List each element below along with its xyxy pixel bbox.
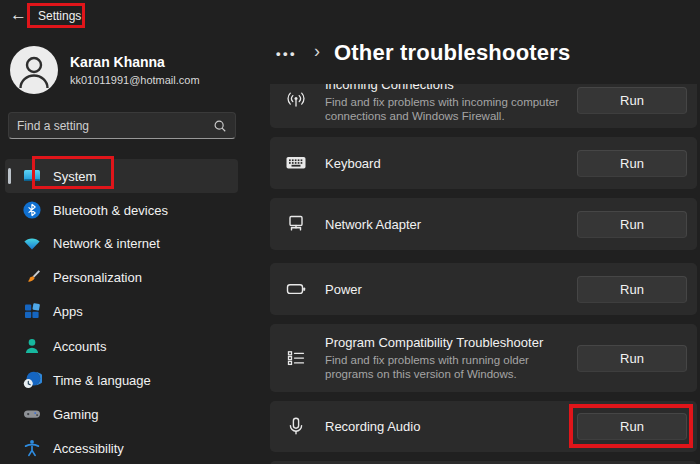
paintbrush-icon — [22, 267, 42, 287]
sidebar-item-accounts[interactable]: Accounts — [5, 329, 238, 363]
selected-indicator — [8, 168, 11, 184]
wifi-icon — [22, 233, 42, 253]
row-title: Keyboard — [325, 156, 381, 171]
system-icon — [22, 166, 42, 186]
row-incoming-connections: Incoming Connections Find and fix proble… — [270, 84, 697, 128]
page-title: Other troubleshooters — [334, 40, 570, 66]
keyboard-icon — [284, 151, 308, 175]
sidebar-item-apps[interactable]: Apps — [5, 294, 238, 328]
row-program-compatibility: Program Compatibility Troubleshooter Fin… — [270, 324, 697, 392]
row-description: Find and fix problems with running older… — [325, 353, 577, 381]
row-recording-audio: Recording Audio Run — [270, 401, 697, 452]
row-title: Recording Audio — [325, 419, 420, 434]
battery-icon — [284, 277, 308, 301]
sidebar-item-accessibility[interactable]: Accessibility — [5, 431, 238, 464]
clock-globe-icon — [22, 370, 42, 390]
user-account[interactable]: Karan Khanna kk01011991@hotmail.com — [10, 46, 200, 94]
run-button-network-adapter[interactable]: Run — [577, 211, 687, 238]
breadcrumb-ellipsis[interactable]: ••• — [276, 46, 297, 61]
run-button-keyboard[interactable]: Run — [577, 150, 687, 177]
run-button-recording-audio[interactable]: Run — [577, 413, 687, 440]
accessibility-person-icon — [22, 438, 42, 458]
sidebar-item-label: Time & language — [53, 373, 151, 388]
sidebar-item-network-internet[interactable]: Network & internet — [5, 226, 238, 260]
microphone-icon — [284, 415, 308, 439]
row-title: Power — [325, 282, 362, 297]
sidebar-item-label: Apps — [53, 304, 83, 319]
search-input[interactable] — [17, 119, 213, 133]
row-network-adapter: Network Adapter Run — [270, 198, 697, 250]
row-description: Find and fix problems with incoming comp… — [325, 95, 577, 123]
sidebar-item-label: Gaming — [53, 407, 99, 422]
row-title: Network Adapter — [325, 217, 421, 232]
sidebar-item-label: Accessibility — [53, 441, 124, 456]
troubleshooter-list: Incoming Connections Find and fix proble… — [270, 84, 700, 464]
apps-icon — [22, 301, 42, 321]
user-name: Karan Khanna — [70, 54, 200, 70]
network-adapter-icon — [284, 212, 308, 236]
run-button-program-compatibility[interactable]: Run — [577, 345, 687, 372]
list-icon — [284, 346, 308, 370]
search-box[interactable] — [8, 112, 236, 139]
sidebar-item-personalization[interactable]: Personalization — [5, 260, 238, 294]
window-title: Settings — [38, 9, 81, 23]
sidebar-item-system[interactable]: System — [5, 159, 238, 193]
broadcast-icon — [284, 88, 308, 112]
sidebar-item-time-language[interactable]: Time & language — [5, 363, 238, 397]
row-power: Power Run — [270, 263, 697, 315]
sidebar-item-label: Personalization — [53, 270, 142, 285]
chevron-right-icon: › — [314, 41, 320, 62]
settings-window: ← Settings Karan Khanna kk01011991@hotma… — [0, 0, 700, 464]
avatar — [10, 46, 58, 94]
search-icon — [213, 119, 227, 133]
sidebar-item-label: Network & internet — [53, 236, 160, 251]
bluetooth-icon — [22, 200, 42, 220]
row-title: Program Compatibility Troubleshooter — [325, 335, 577, 350]
sidebar-item-label: Accounts — [53, 339, 106, 354]
accounts-person-icon — [22, 336, 42, 356]
sidebar-item-label: Bluetooth & devices — [53, 203, 168, 218]
back-arrow-icon[interactable]: ← — [10, 5, 27, 25]
row-title: Incoming Connections — [325, 84, 577, 92]
sidebar-item-gaming[interactable]: Gaming — [5, 397, 238, 431]
run-button-power[interactable]: Run — [577, 276, 687, 303]
sidebar-item-bluetooth-devices[interactable]: Bluetooth & devices — [5, 193, 238, 227]
user-email: kk01011991@hotmail.com — [70, 74, 200, 86]
gamepad-icon — [22, 404, 42, 424]
run-button-incoming-connections[interactable]: Run — [577, 87, 687, 114]
sidebar-item-label: System — [53, 169, 96, 184]
row-keyboard: Keyboard Run — [270, 137, 697, 189]
